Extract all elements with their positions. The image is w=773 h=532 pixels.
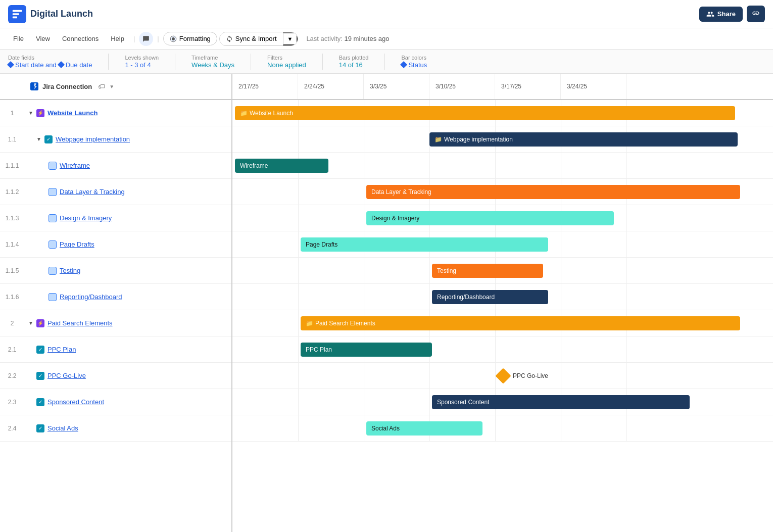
top-bar: Digital Launch Share [0, 0, 773, 28]
task-icon-check: ✓ [36, 424, 44, 432]
gantt-row: Social Ads [232, 415, 773, 442]
gantt-bar-page-drafts[interactable]: Page Drafts [301, 237, 548, 252]
gantt-row: 📁 Paid Search Elements [232, 310, 773, 336]
task-icon-check: ✓ [36, 372, 44, 380]
task-icon-blue [49, 293, 57, 301]
task-icon-check: ✓ [44, 135, 53, 143]
gantt-row: 📁 Website Launch [232, 100, 773, 126]
table-row: 2.1 ✓ PPC Plan [0, 336, 231, 363]
task-icon-blue [49, 162, 57, 170]
gantt-bar-reporting[interactable]: Reporting/Dashboard [432, 290, 548, 304]
bars-plotted-filter[interactable]: Bars plotted 14 of 16 [339, 55, 369, 69]
gantt-bar-webpage-impl[interactable]: 📁 Webpage implementation [429, 132, 738, 147]
gantt-bar-social-ads[interactable]: Social Ads [366, 421, 482, 436]
task-label[interactable]: Testing [60, 267, 80, 274]
link-button[interactable] [747, 6, 765, 22]
table-row: 1.1.4 Page Drafts [0, 231, 231, 258]
share-button[interactable]: Share [699, 7, 743, 22]
nav-bar: File View Connections Help | | Formattin… [0, 28, 773, 50]
gantt-chart: 📁 Website Launch 📁 Webpage implementatio… [232, 100, 773, 532]
date-fields-filter[interactable]: Date fields Start date and Due date [8, 55, 92, 69]
applied-filters[interactable]: Filters None applied [267, 55, 306, 69]
gantt-row: PPC Go-Live [232, 363, 773, 389]
svg-rect-1 [13, 13, 19, 15]
task-label[interactable]: Paid Search Elements [47, 319, 113, 327]
column-headers: Jira Connection 🏷 ▼ 2/17/25 2/24/25 3/3/… [0, 74, 773, 100]
sync-import-button[interactable]: Sync & Import [220, 32, 283, 45]
formatting-button[interactable]: Formatting [163, 32, 217, 45]
task-icon-blue [49, 214, 57, 222]
task-label[interactable]: Website Launch [47, 109, 98, 117]
app-title: Digital Launch [30, 9, 93, 19]
task-label[interactable]: Data Layer & Tracking [60, 188, 125, 196]
gantt-row: Wireframe [232, 153, 773, 179]
table-row: 2 ▼ ⚡ Paid Search Elements [0, 310, 231, 336]
task-icon-purple: ⚡ [36, 319, 44, 327]
svg-rect-0 [13, 10, 22, 12]
gantt-bar-testing[interactable]: Testing [432, 264, 543, 278]
sync-import-dropdown[interactable]: ▼ [283, 32, 298, 45]
nav-file[interactable]: File [8, 33, 29, 44]
task-label[interactable]: Reporting/Dashboard [60, 293, 122, 301]
timeframe-filter[interactable]: Timeframe Weeks & Days [191, 55, 234, 69]
levels-filter[interactable]: Levels shown 1 - 3 of 4 [125, 55, 159, 69]
gantt-bar-paid-search[interactable]: 📁 Paid Search Elements [301, 316, 740, 330]
table-row: 1 ▼ ⚡ Website Launch [0, 100, 231, 126]
table-row: 1.1.3 Design & Imagery [0, 205, 231, 231]
gantt-bar-data-layer[interactable]: Data Layer & Tracking [366, 185, 740, 199]
gantt-row: Sponsored Content [232, 389, 773, 415]
sidebar-column-header: Jira Connection 🏷 ▼ [24, 74, 232, 99]
gantt-row: 📁 Webpage implementation [232, 126, 773, 153]
table-row: 2.4 ✓ Social Ads [0, 415, 231, 442]
task-icon-blue [49, 188, 57, 196]
task-icon-purple: ⚡ [36, 109, 44, 117]
task-label[interactable]: PPC Plan [47, 346, 76, 353]
nav-view[interactable]: View [31, 33, 55, 44]
tag-icon: 🏷 [98, 82, 105, 90]
gantt-bar-website-launch[interactable]: 📁 Website Launch [235, 106, 735, 120]
last-activity: Last activity: 19 minutes ago [306, 35, 389, 42]
chat-icon-button[interactable] [139, 32, 153, 46]
due-date-diamond [58, 61, 65, 68]
gantt-row: Testing [232, 258, 773, 284]
gantt-row: Reporting/Dashboard [232, 284, 773, 310]
logo-area: Digital Launch [8, 5, 699, 23]
table-row: 1.1 ▼ ✓ Webpage implementation [0, 126, 231, 153]
gantt-date-headers: 2/17/25 2/24/25 3/3/25 3/10/25 3/17/25 3… [232, 74, 773, 99]
task-label[interactable]: PPC Go-Live [47, 372, 86, 379]
sync-import-group: Sync & Import ▼ [219, 32, 299, 46]
gantt-row: Page Drafts [232, 231, 773, 258]
nav-help[interactable]: Help [106, 33, 129, 44]
top-right-actions: Share [699, 6, 765, 22]
task-label[interactable]: Wireframe [60, 162, 90, 169]
app-logo [8, 5, 26, 23]
nav-connections[interactable]: Connections [57, 33, 104, 44]
expand-arrow[interactable]: ▼ [28, 110, 33, 116]
status-diamond [400, 61, 407, 68]
table-row: 1.1.6 Reporting/Dashboard [0, 284, 231, 310]
bar-colors-filter[interactable]: Bar colors Status [401, 55, 427, 69]
gantt-bar-sponsored[interactable]: Sponsored Content [432, 395, 690, 409]
task-label[interactable]: Webpage implementation [56, 135, 130, 143]
gantt-milestone-ppc[interactable]: PPC Go-Live [498, 370, 548, 381]
gantt-row: PPC Plan [232, 336, 773, 363]
gantt-bar-ppc-plan[interactable]: PPC Plan [301, 343, 432, 357]
expand-arrow[interactable]: ▼ [28, 320, 33, 326]
gantt-bar-design[interactable]: Design & Imagery [366, 211, 614, 225]
task-label[interactable]: Sponsored Content [47, 398, 104, 406]
gantt-bar-wireframe[interactable]: Wireframe [235, 159, 328, 173]
task-list: 1 ▼ ⚡ Website Launch 1.1 ▼ ✓ Webpage imp… [0, 100, 232, 532]
task-label[interactable]: Social Ads [47, 424, 78, 432]
start-date-diamond [7, 61, 14, 68]
table-row: 2.3 ✓ Sponsored Content [0, 389, 231, 415]
filter-bar: Date fields Start date and Due date Leve… [0, 50, 773, 74]
expand-arrow[interactable]: ▼ [36, 136, 41, 142]
task-icon-blue [49, 267, 57, 275]
table-row: 1.1.1 Wireframe [0, 153, 231, 179]
task-icon-check: ✓ [36, 346, 44, 354]
task-label[interactable]: Design & Imagery [60, 214, 112, 222]
chevron-down-icon: ▼ [109, 84, 114, 89]
task-icon-check: ✓ [36, 398, 44, 406]
task-label[interactable]: Page Drafts [60, 240, 94, 248]
task-icon-blue [49, 240, 57, 249]
